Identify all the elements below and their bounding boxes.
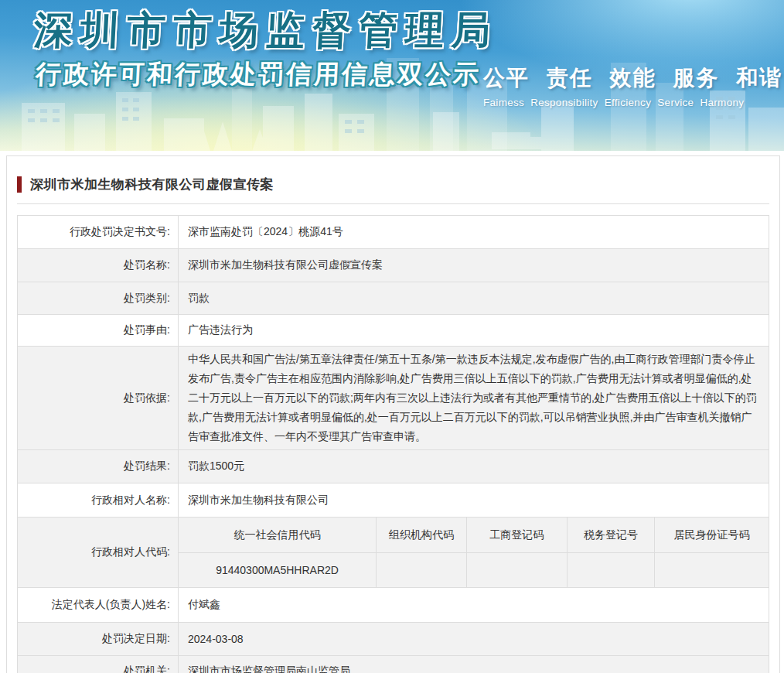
codes-header-row: 统一社会信用代码 组织机构代码 工商登记码 税务登记号 居民身份证号码 bbox=[179, 518, 769, 553]
row-label: 处罚结果: bbox=[18, 450, 179, 483]
row-value: 深圳市米加生物科技有限公司 bbox=[179, 483, 769, 518]
site-subtitle: 行政许可和行政处罚信用信息双公示 bbox=[35, 57, 482, 92]
row-label: 行政相对人代码: bbox=[18, 518, 179, 588]
row-value: 付斌鑫 bbox=[179, 588, 769, 623]
table-row-penalty-result: 处罚结果: 罚款1500元 bbox=[18, 450, 769, 483]
table-row-penalty-name: 处罚名称: 深圳市米加生物科技有限公司虚假宣传案 bbox=[18, 249, 769, 282]
table-row-party-name: 行政相对人名称: 深圳市米加生物科技有限公司 bbox=[18, 483, 769, 518]
site-title: 深圳市市场监督管理局 bbox=[32, 5, 499, 56]
case-title: 深圳市米加生物科技有限公司虚假宣传案 bbox=[30, 176, 274, 193]
table-row-party-codes: 行政相对人代码: 统一社会信用代码 组织机构代码 工 bbox=[18, 518, 769, 588]
row-value: 深市监南处罚〔2024〕桃源41号 bbox=[179, 216, 769, 249]
row-value: 2024-03-08 bbox=[179, 623, 769, 656]
row-value: 深圳市市场监督管理局南山监管局 bbox=[179, 656, 769, 673]
codes-value-business-reg bbox=[466, 553, 567, 588]
row-label: 处罚类别: bbox=[18, 282, 179, 315]
row-value: 罚款 bbox=[179, 282, 769, 315]
row-label: 行政相对人名称: bbox=[18, 483, 179, 518]
codes-value-id-number bbox=[655, 553, 769, 588]
table-row-penalty-basis: 处罚依据: 中华人民共和国广告法/第五章法律责任/第五十五条/第一款违反本法规定… bbox=[18, 347, 769, 450]
table-row-penalty-reason: 处罚事由: 广告违法行为 bbox=[18, 315, 769, 347]
codes-col-header: 工商登记码 bbox=[466, 518, 567, 553]
row-label: 法定代表人(负责人)姓名: bbox=[18, 588, 179, 623]
row-label: 行政处罚决定书文号: bbox=[18, 216, 179, 249]
row-value: 深圳市米加生物科技有限公司虚假宣传案 bbox=[179, 249, 769, 282]
party-codes-table: 统一社会信用代码 组织机构代码 工商登记码 税务登记号 居民身份证号码 9144… bbox=[179, 518, 769, 587]
row-label: 处罚决定日期: bbox=[18, 623, 179, 656]
penalty-info-table: 行政处罚决定书文号: 深市监南处罚〔2024〕桃源41号 处罚名称: 深圳市米加… bbox=[17, 215, 769, 673]
row-label: 处罚名称: bbox=[18, 249, 179, 282]
table-row-penalty-authority: 处罚机关: 深圳市市场监督管理局南山监管局 bbox=[18, 656, 769, 673]
codes-value-credit-code: 91440300MA5HHRAR2D bbox=[179, 553, 377, 588]
codes-table-cell: 统一社会信用代码 组织机构代码 工商登记码 税务登记号 居民身份证号码 9144… bbox=[179, 518, 769, 588]
title-divider bbox=[17, 203, 769, 204]
table-row-penalty-category: 处罚类别: 罚款 bbox=[18, 282, 769, 315]
row-value: 罚款1500元 bbox=[179, 450, 769, 483]
row-label: 处罚机关: bbox=[18, 656, 179, 673]
slogan-chinese: 公平 责任 效能 服务 和谐 bbox=[483, 63, 777, 93]
row-value: 广告违法行为 bbox=[179, 315, 769, 347]
codes-col-header: 居民身份证号码 bbox=[655, 518, 769, 553]
row-label: 处罚事由: bbox=[18, 315, 179, 347]
codes-col-header: 税务登记号 bbox=[567, 518, 655, 553]
content-panel: 深圳市米加生物科技有限公司虚假宣传案 行政处罚决定书文号: 深市监南处罚〔202… bbox=[6, 155, 780, 673]
row-label: 处罚依据: bbox=[18, 347, 179, 450]
slogan-english: Faimess Responsibility Efficiency Servic… bbox=[483, 97, 777, 108]
table-row-decision-date: 处罚决定日期: 2024-03-08 bbox=[18, 623, 769, 656]
site-banner: 深圳市市场监督管理局 行政许可和行政处罚信用信息双公示 公平 责任 效能 服务 … bbox=[0, 0, 784, 151]
codes-value-org-code bbox=[377, 553, 467, 588]
codes-col-header: 组织机构代码 bbox=[377, 518, 467, 553]
codes-value-tax-reg bbox=[567, 553, 655, 588]
table-row-decision-number: 行政处罚决定书文号: 深市监南处罚〔2024〕桃源41号 bbox=[18, 216, 769, 249]
case-title-block: 深圳市米加生物科技有限公司虚假宣传案 bbox=[17, 175, 769, 193]
codes-value-row: 91440300MA5HHRAR2D bbox=[179, 553, 769, 588]
codes-col-header: 统一社会信用代码 bbox=[179, 518, 377, 553]
row-value: 中华人民共和国广告法/第五章法律责任/第五十五条/第一款违反本法规定,发布虚假广… bbox=[179, 347, 769, 450]
slogan-block: 公平 责任 效能 服务 和谐 Faimess Responsibility Ef… bbox=[483, 63, 777, 108]
page: 深圳市市场监督管理局 行政许可和行政处罚信用信息双公示 公平 责任 效能 服务 … bbox=[0, 0, 784, 151]
table-row-legal-representative: 法定代表人(负责人)姓名: 付斌鑫 bbox=[18, 588, 769, 623]
title-marker-bar bbox=[17, 176, 22, 193]
